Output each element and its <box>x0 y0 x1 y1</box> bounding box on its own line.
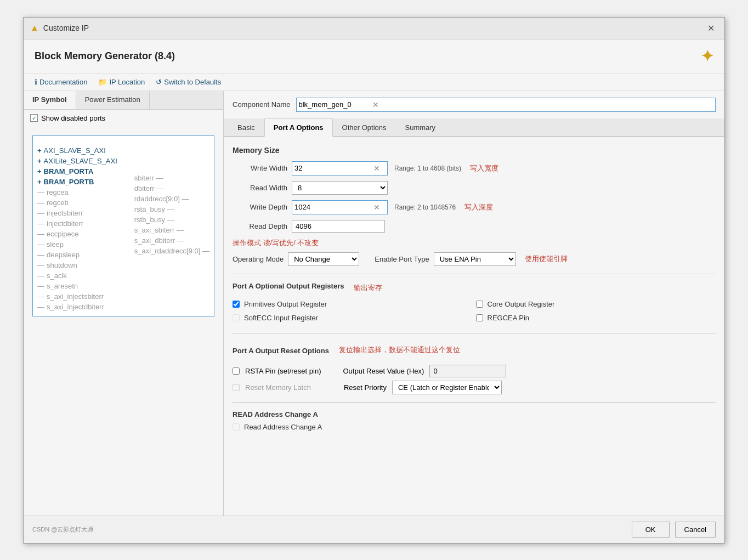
list-item: rdaddrecc[9:0] — <box>134 194 209 203</box>
regcea-pin-checkbox[interactable] <box>476 314 483 321</box>
xilinx-logo-icon: ✦ <box>701 47 713 65</box>
read-width-row: Read Width 8 16 32 <box>233 181 716 195</box>
tab-content: Memory Size Write Width ✕ Range: 1 to 46… <box>224 137 724 516</box>
list-item: — regcea <box>37 188 117 197</box>
main-title: Block Memory Generator (8.4) <box>35 50 175 62</box>
port-label: AXI_SLAVE_S_AXI <box>44 146 106 155</box>
write-width-input[interactable] <box>294 164 371 172</box>
port-label: BRAM_PORTB <box>44 178 94 186</box>
content-area: IP Symbol Power Estimation Show disabled… <box>24 91 724 516</box>
folder-icon: 📁 <box>98 78 107 86</box>
show-disabled-ports-label: Show disabled ports <box>41 114 105 122</box>
port-label: s_axi_injectsbiterr <box>47 292 104 301</box>
write-depth-label: Write Depth <box>233 203 287 211</box>
port-label: injectdbiterr <box>47 219 83 228</box>
primitives-output-reg-label: Primitives Output Register <box>244 300 327 308</box>
reset-priority-select[interactable]: CE (Latch or Register Enable) SR (Set/Re… <box>392 381 502 394</box>
operating-mode-select[interactable]: No Change Read First Write First <box>288 252 359 266</box>
left-panel-content: + AXI_SLAVE_S_AXI + AXILite_SLAVE_S_AXI … <box>24 127 223 516</box>
customize-ip-dialog: ▲ Customize IP ✕ Block Memory Generator … <box>23 17 725 544</box>
documentation-label: Documentation <box>39 78 87 86</box>
write-width-clear-button[interactable]: ✕ <box>371 163 382 174</box>
bottom-bar: CSDN @云影点灯大师 OK Cancel <box>24 516 724 543</box>
core-output-reg-checkbox[interactable] <box>476 301 483 308</box>
read-width-select[interactable]: 8 16 32 <box>292 181 388 195</box>
write-width-label: Write Width <box>233 164 287 172</box>
divider-1 <box>233 274 716 274</box>
plus-icon: + <box>37 146 42 155</box>
component-name-input[interactable] <box>299 100 370 109</box>
core-output-reg-row: Core Output Register <box>476 300 716 308</box>
read-width-label: Read Width <box>233 184 287 192</box>
tab-other-options[interactable]: Other Options <box>333 118 396 137</box>
tab-basic[interactable]: Basic <box>228 118 264 137</box>
reset-priority-label: Reset Priority <box>344 383 387 392</box>
documentation-button[interactable]: ℹ Documentation <box>35 78 87 86</box>
rsta-pin-checkbox[interactable] <box>233 367 240 375</box>
toolbar: ℹ Documentation 📁 IP Location ↺ Switch t… <box>24 73 724 91</box>
component-name-row: Component Name ✕ <box>224 91 724 118</box>
tab-port-a-options[interactable]: Port A Options <box>264 118 333 137</box>
primitives-output-reg-checkbox[interactable] <box>233 301 240 308</box>
ip-location-button[interactable]: 📁 IP Location <box>98 78 145 86</box>
list-item: — eccpipece <box>37 229 117 239</box>
port-label: sleep <box>47 240 64 248</box>
output-reset-value-input[interactable] <box>429 365 506 377</box>
list-item: + AXILite_SLAVE_S_AXI <box>37 156 117 166</box>
reset-memory-latch-checkbox <box>233 384 240 391</box>
title-bar: ▲ Customize IP ✕ <box>24 18 724 39</box>
plus-icon: + <box>37 167 42 176</box>
divider-2 <box>233 333 716 333</box>
read-depth-row: Read Depth 写入深度 <box>233 220 716 233</box>
port-label: rdaddrecc[9:0] — <box>134 195 189 203</box>
rsta-pin-row: RSTA Pin (set/reset pin) Output Reset Va… <box>233 365 716 377</box>
list-item: — shutdown <box>37 261 117 270</box>
tab-summary[interactable]: Summary <box>396 118 445 137</box>
list-item: — deepsleep <box>37 250 117 259</box>
list-item: — s_axi_injectsbiterr <box>37 292 117 301</box>
close-button[interactable]: ✕ <box>704 22 718 35</box>
ok-button[interactable]: OK <box>632 522 670 538</box>
write-depth-field[interactable]: ✕ <box>292 200 388 214</box>
port-label: shutdown <box>47 261 77 269</box>
enable-port-annotation: 使用使能引脚 <box>525 254 568 264</box>
cancel-button[interactable]: Cancel <box>675 522 716 538</box>
tab-ip-symbol[interactable]: IP Symbol <box>24 91 76 109</box>
write-depth-range: Range: 2 to 1048576 <box>394 203 456 211</box>
port-label: eccpipece <box>47 230 79 238</box>
read-address-change-label: Read Address Change A <box>244 423 322 431</box>
left-ports: + AXI_SLAVE_S_AXI + AXILite_SLAVE_S_AXI … <box>37 140 117 312</box>
write-depth-input[interactable] <box>294 203 371 211</box>
port-label: sbiterr — <box>134 174 163 182</box>
port-label: rstb_busy — <box>134 216 174 224</box>
port-label: deepsleep <box>47 251 80 259</box>
core-output-reg-label: Core Output Register <box>488 300 555 308</box>
read-depth-input[interactable] <box>292 220 385 233</box>
write-width-range: Range: 1 to 4608 (bits) <box>394 165 461 172</box>
list-item: s_axi_sbiterr — <box>134 225 209 235</box>
list-item: — s_aclk <box>37 271 117 280</box>
list-item: + AXI_SLAVE_S_AXI <box>37 146 117 155</box>
port-label: AXILite_SLAVE_S_AXI <box>44 157 117 165</box>
enable-port-type-select[interactable]: Use ENA Pin Always Enabled <box>434 252 516 266</box>
write-depth-clear-button[interactable]: ✕ <box>371 202 382 213</box>
app-icon: ▲ <box>30 23 39 33</box>
read-address-title: READ Address Change A <box>233 410 716 418</box>
port-label: rsta_busy — <box>134 205 174 213</box>
show-disabled-ports-checkbox[interactable] <box>30 114 38 122</box>
port-label: regcea <box>47 188 69 196</box>
read-address-change-checkbox <box>233 423 240 431</box>
component-name-label: Component Name <box>233 100 291 109</box>
write-width-field[interactable]: ✕ <box>292 161 388 176</box>
tab-power-estimation[interactable]: Power Estimation <box>76 91 150 109</box>
read-depth-label: Read Depth <box>233 222 287 230</box>
primitives-output-reg-row: Primitives Output Register <box>233 300 473 308</box>
component-name-clear-button[interactable]: ✕ <box>370 99 381 110</box>
operating-annotation: 操作模式 读/写优先/ 不改变 <box>233 238 716 248</box>
component-name-field[interactable]: ✕ <box>296 98 716 112</box>
list-item: rstb_busy — <box>134 215 209 224</box>
regcea-pin-label: REGCEA Pin <box>488 314 530 322</box>
switch-defaults-button[interactable]: ↺ Switch to Defaults <box>156 78 221 86</box>
softECC-input-reg-label: SoftECC Input Register <box>244 314 318 322</box>
ip-symbol-box: + AXI_SLAVE_S_AXI + AXILite_SLAVE_S_AXI … <box>32 135 214 316</box>
